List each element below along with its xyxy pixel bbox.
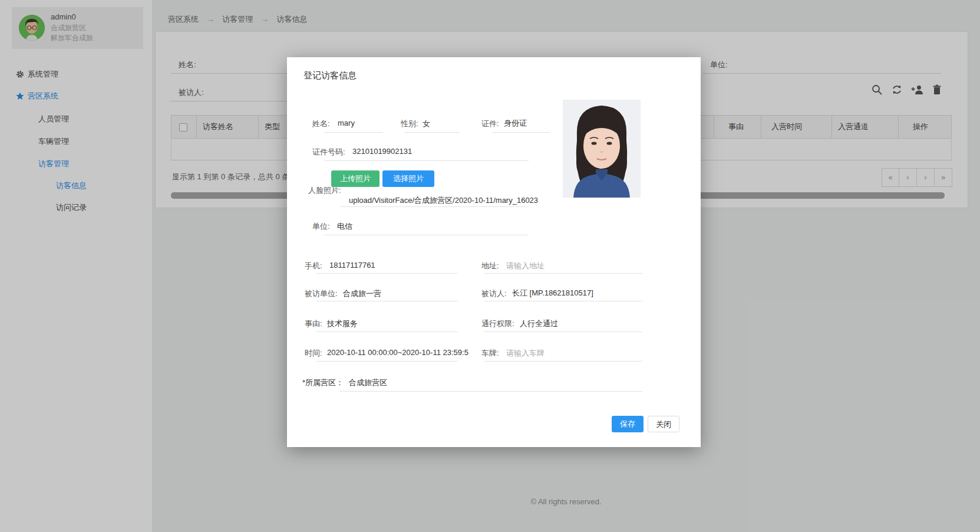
visitor-photo bbox=[563, 100, 641, 198]
plate-label: 车牌: bbox=[481, 348, 499, 359]
close-button[interactable]: 关闭 bbox=[648, 416, 679, 432]
dialog-title: 登记访客信息 bbox=[303, 70, 357, 81]
name-field[interactable]: mary bbox=[338, 119, 355, 127]
visited-unit-label: 被访单位: bbox=[305, 288, 338, 299]
camp-field[interactable]: 合成旅营区 bbox=[349, 377, 387, 388]
phone-label: 手机: bbox=[305, 261, 322, 271]
time-underline bbox=[316, 361, 458, 362]
id-number-field[interactable]: 32101019902131 bbox=[352, 147, 412, 156]
name-underline bbox=[324, 132, 383, 133]
visited-unit-underline bbox=[316, 301, 458, 301]
visited-person-label: 被访人: bbox=[481, 288, 507, 299]
upload-photo-button[interactable]: 上传照片 bbox=[331, 170, 380, 187]
reason-underline bbox=[316, 331, 458, 332]
gender-label: 性别: bbox=[401, 119, 418, 129]
page: admin0 合成旅营区 解放军合成旅 系统管理 营区系统 bbox=[0, 0, 980, 532]
gender-underline bbox=[405, 132, 459, 133]
id-type-field[interactable]: 身份证 bbox=[504, 118, 527, 129]
permission-underline bbox=[484, 331, 642, 332]
face-photo-underline bbox=[340, 206, 529, 207]
id-number-underline bbox=[324, 160, 529, 161]
visited-person-underline bbox=[484, 301, 642, 301]
unit-label: 单位: bbox=[312, 221, 330, 232]
permission-field[interactable]: 人行全通过 bbox=[520, 318, 558, 329]
id-type-underline bbox=[492, 132, 550, 133]
id-type-label: 证件: bbox=[481, 119, 499, 129]
time-field[interactable]: 2020-10-11 00:00:00~2020-10-11 23:59:59 bbox=[327, 348, 468, 357]
plate-underline bbox=[484, 361, 642, 362]
camp-underline bbox=[340, 391, 642, 392]
address-label: 地址: bbox=[481, 261, 499, 271]
phone-field[interactable]: 18117117761 bbox=[329, 261, 375, 270]
camp-label: *所属营区： bbox=[302, 377, 344, 388]
save-button[interactable]: 保存 bbox=[612, 416, 644, 432]
id-number-label: 证件号码: bbox=[312, 147, 345, 157]
address-field[interactable]: 请输入地址 bbox=[506, 261, 545, 271]
permission-label: 通行权限: bbox=[481, 318, 514, 329]
plate-field[interactable]: 请输入车牌 bbox=[506, 348, 545, 359]
reason-field[interactable]: 技术服务 bbox=[327, 318, 358, 329]
name-label: 姓名: bbox=[312, 119, 330, 129]
reason-label: 事由: bbox=[305, 318, 322, 329]
visited-unit-field[interactable]: 合成旅一营 bbox=[343, 288, 381, 299]
register-visitor-dialog: 登记访客信息 姓名: mary 性别: 女 证件: 身份证 bbox=[287, 57, 701, 447]
address-underline bbox=[484, 273, 642, 274]
phone-underline bbox=[316, 273, 458, 274]
choose-photo-button[interactable]: 选择照片 bbox=[382, 170, 434, 187]
face-photo-path-field[interactable]: upload/VisitorFace/合成旅营区/2020-10-11/mary… bbox=[349, 195, 538, 206]
gender-field[interactable]: 女 bbox=[423, 119, 430, 129]
unit-underline bbox=[324, 235, 529, 235]
unit-field[interactable]: 电信 bbox=[337, 221, 352, 232]
time-label: 时间: bbox=[305, 348, 322, 359]
visited-person-field[interactable]: 长江 [MP.18621810517] bbox=[512, 288, 593, 298]
